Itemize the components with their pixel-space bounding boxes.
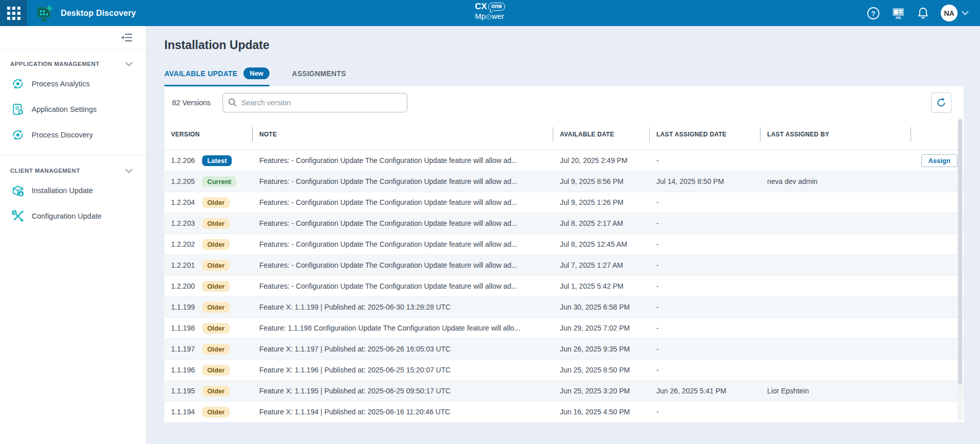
user-menu[interactable]: NA	[941, 5, 969, 21]
chevron-down-icon	[962, 11, 969, 15]
version-cell: 1.2.200Older	[164, 281, 253, 292]
sidebar-item-installation-update[interactable]: Installation Update	[0, 178, 146, 203]
installation-update-icon	[11, 184, 24, 197]
sidebar-item-configuration-update[interactable]: Configuration Update	[0, 203, 146, 229]
section-header-application-management[interactable]: APPLICATION MANAGEMENT	[0, 57, 146, 71]
column-header-note[interactable]: NOTE	[253, 127, 553, 142]
sidebar-item-process-discovery[interactable]: Process Discovery	[0, 122, 146, 148]
last-assigned-date-cell: -	[650, 198, 761, 206]
version-text: 1.2.203	[171, 219, 201, 227]
notifications-icon	[917, 7, 929, 20]
column-header-last-assigned-date[interactable]: LAST ASSIGNED DATE	[650, 127, 761, 142]
table-row[interactable]: 1.2.204OlderFeatures: - Configuration Up…	[164, 192, 964, 213]
version-status-badge: Older	[202, 323, 230, 334]
column-header-version[interactable]: VERSION	[164, 127, 253, 142]
available-date-cell: Jul 1, 2025 5:42 PM	[553, 282, 650, 290]
version-text: 1.2.206	[171, 156, 201, 165]
help-button[interactable]: ?	[867, 7, 880, 20]
collapse-sidebar-icon	[121, 33, 133, 42]
guide-icon	[891, 6, 905, 20]
column-header-last-assigned-by[interactable]: LAST ASSIGNED BY	[761, 127, 911, 142]
available-date-cell: Jul 7, 2025 1:27 AM	[553, 261, 650, 269]
available-date-cell: Jul 9, 2025 8:56 PM	[553, 177, 650, 185]
version-cell: 1.1.194Older	[164, 407, 253, 417]
available-date-cell: Jul 8, 2025 12:45 AM	[553, 240, 650, 248]
note-cell: Features: - Configuration Update The Con…	[253, 198, 553, 206]
waffle-menu-button[interactable]	[0, 0, 27, 26]
version-status-badge: Older	[202, 386, 230, 396]
version-text: 1.1.198	[171, 324, 201, 332]
table-row[interactable]: 1.1.195OlderFeature X: 1.1.195 | Publish…	[164, 381, 964, 402]
configuration-update-icon	[11, 209, 24, 223]
note-cell: Features: - Configuration Update The Con…	[253, 261, 553, 269]
application-settings-icon	[11, 103, 24, 116]
scrollbar-thumb[interactable]	[958, 119, 962, 385]
table-row[interactable]: 1.2.202OlderFeatures: - Configuration Up…	[164, 234, 964, 255]
last-assigned-date-cell: -	[650, 219, 761, 227]
version-status-badge: Current	[202, 176, 236, 187]
tab-assignments[interactable]: ASSIGNMENTS	[292, 67, 346, 86]
table-row[interactable]: 1.2.200OlderFeatures: - Configuration Up…	[164, 276, 964, 297]
table-row[interactable]: 1.1.199OlderFeature X: 1.1.199 | Publish…	[164, 297, 964, 318]
version-cell: 1.2.201Older	[164, 260, 253, 271]
note-cell: Feature: 1.1.198 Configuration Update Th…	[253, 324, 553, 332]
note-cell: Feature X: 1.1.194 | Published at: 2025-…	[253, 408, 553, 416]
sidebar-item-application-settings[interactable]: Application Settings	[0, 97, 146, 122]
section-header-client-management[interactable]: CLIENT MANAGEMENT	[0, 163, 146, 178]
last-assigned-by-cell: Lior Epshtein	[761, 387, 911, 395]
assign-button[interactable]: Assign	[921, 154, 958, 167]
version-cell: 1.1.196Older	[164, 365, 253, 376]
top-app-bar: Desktop Discovery CXone Mpwer ?	[0, 0, 980, 26]
version-cell: 1.2.205Current	[164, 176, 253, 187]
sidebar-section-application-management: APPLICATION MANAGEMENT Process Analytics	[0, 50, 146, 150]
available-date-cell: Jun 25, 2025 8:50 PM	[553, 366, 650, 374]
section-title: CLIENT MANAGEMENT	[10, 168, 80, 174]
sidebar-item-label: Configuration Update	[32, 212, 102, 220]
note-cell: Features: - Configuration Update The Con…	[253, 177, 553, 185]
version-text: 1.1.194	[171, 408, 201, 416]
version-status-badge: Older	[202, 239, 230, 250]
table-row[interactable]: 1.2.205CurrentFeatures: - Configuration …	[164, 171, 964, 192]
brand-cx: CX	[475, 2, 487, 11]
avatar[interactable]: NA	[941, 5, 958, 21]
action-cell: Assign	[911, 154, 958, 167]
collapse-sidebar-button[interactable]	[121, 33, 133, 42]
table-row[interactable]: 1.1.198OlderFeature: 1.1.198 Configurati…	[164, 318, 964, 339]
version-cell: 1.2.204Older	[164, 197, 253, 208]
table-row[interactable]: 1.2.201OlderFeatures: - Configuration Up…	[164, 255, 964, 276]
sidebar-item-process-analytics[interactable]: Process Analytics	[0, 71, 146, 97]
sidebar-item-label: Installation Update	[32, 186, 93, 195]
note-cell: Features: - Configuration Update The Con…	[253, 219, 553, 227]
robot-face-icon	[486, 14, 491, 19]
available-date-cell: Jun 30, 2025 6:58 PM	[553, 303, 650, 311]
guide-button[interactable]	[891, 6, 905, 20]
note-cell: Features: - Configuration Update The Con…	[253, 282, 553, 290]
table-row[interactable]: 1.2.203OlderFeatures: - Configuration Up…	[164, 213, 964, 234]
version-status-badge: Older	[202, 407, 230, 417]
sidebar-item-label: Application Settings	[32, 105, 96, 113]
last-assigned-date-cell: -	[650, 345, 761, 353]
note-cell: Feature X: 1.1.197 | Published at: 2025-…	[253, 345, 553, 353]
table-row[interactable]: 1.2.206LatestFeatures: - Configuration U…	[164, 150, 964, 171]
tab-available-update[interactable]: AVAILABLE UPDATE New	[164, 67, 270, 86]
vertical-scrollbar[interactable]	[958, 119, 963, 421]
note-cell: Feature X: 1.1.196 | Published at: 2025-…	[253, 366, 553, 374]
notifications-button[interactable]	[917, 7, 929, 20]
table-row[interactable]: 1.1.197OlderFeature X: 1.1.197 | Publish…	[164, 339, 964, 360]
version-status-badge: Older	[202, 218, 230, 229]
version-status-badge: Older	[202, 365, 230, 376]
search-input[interactable]	[223, 93, 407, 112]
version-cell: 1.1.198Older	[164, 323, 253, 334]
table-row[interactable]: 1.1.194OlderFeature X: 1.1.194 | Publish…	[164, 402, 964, 423]
last-assigned-date-cell: -	[650, 282, 761, 290]
table-row[interactable]: 1.1.196OlderFeature X: 1.1.196 | Publish…	[164, 360, 964, 381]
column-header-actions	[911, 127, 958, 142]
version-text: 1.2.200	[171, 282, 201, 290]
svg-text:?: ?	[871, 10, 875, 17]
version-cell: 1.2.206Latest	[164, 155, 253, 166]
refresh-button[interactable]	[931, 92, 951, 113]
search-icon	[228, 98, 237, 107]
column-header-available-date[interactable]: AVAILABLE DATE	[553, 127, 650, 142]
version-status-badge: Older	[202, 302, 230, 313]
tab-bar: AVAILABLE UPDATE New ASSIGNMENTS	[164, 67, 980, 86]
